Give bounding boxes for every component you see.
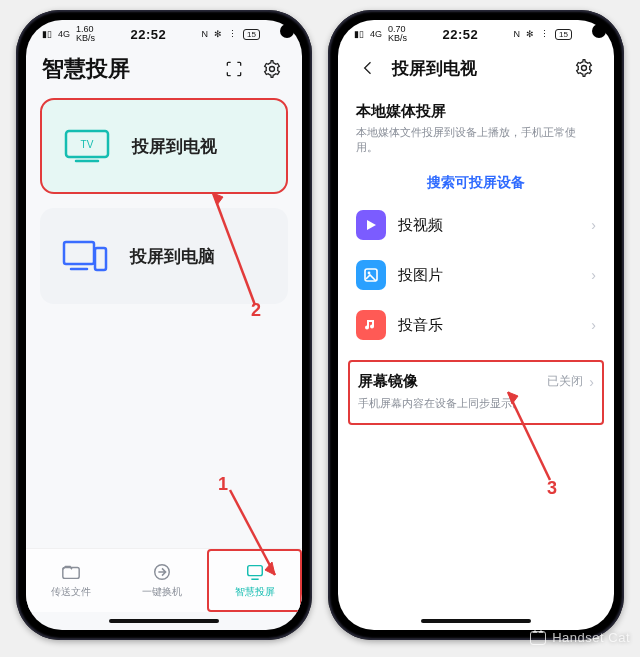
cast-music-label: 投音乐 xyxy=(398,316,579,335)
status-bar: ▮▯ 4G 0.70KB/s 22:52 N ✻ ⋮ 15 xyxy=(338,20,614,48)
music-icon xyxy=(356,310,386,340)
header: 智慧投屏 xyxy=(26,48,302,94)
watermark: Handset Cat xyxy=(530,630,630,645)
wifi-icon: ⋮ xyxy=(540,30,549,39)
status-time: 22:52 xyxy=(130,27,166,42)
image-icon xyxy=(356,260,386,290)
signal-icon: ▮▯ xyxy=(354,30,364,39)
screen-mirror-state: 已关闭 xyxy=(547,373,583,390)
video-icon xyxy=(356,210,386,240)
cat-icon xyxy=(530,631,546,645)
gesture-bar[interactable] xyxy=(26,612,302,630)
status-time: 22:52 xyxy=(442,27,478,42)
bt-icon: ✻ xyxy=(526,30,534,39)
watermark-text: Handset Cat xyxy=(552,630,630,645)
camera-punch xyxy=(592,24,606,38)
settings-icon[interactable] xyxy=(258,55,286,83)
signal-icon: ▮▯ xyxy=(42,30,52,39)
cast-image-item[interactable]: 投图片 › xyxy=(348,250,604,300)
pc-icon xyxy=(58,236,112,276)
cast-image-label: 投图片 xyxy=(398,266,579,285)
local-media-title: 本地媒体投屏 xyxy=(356,102,596,121)
cast-to-pc-card[interactable]: 投屏到电脑 xyxy=(40,208,288,304)
chevron-right-icon: › xyxy=(591,267,596,283)
net-speed: 1.60KB/s xyxy=(76,25,95,43)
screen-mirror-item[interactable]: 屏幕镜像 已关闭 › 手机屏幕内容在设备上同步显示。 xyxy=(348,360,604,425)
battery-icon: 15 xyxy=(555,29,572,40)
screen-mirror-title: 屏幕镜像 xyxy=(358,372,547,391)
cast-video-label: 投视频 xyxy=(398,216,579,235)
cast-to-pc-label: 投屏到电脑 xyxy=(130,245,215,268)
network-type: 4G xyxy=(370,30,382,39)
status-bar: ▮▯ 4G 1.60KB/s 22:52 N ✻ ⋮ 15 xyxy=(26,20,302,48)
screen-smart-cast: ▮▯ 4G 1.60KB/s 22:52 N ✻ ⋮ 15 智慧投屏 xyxy=(26,20,302,630)
cast-to-tv-card[interactable]: TV 投屏到电视 xyxy=(40,98,288,194)
svg-marker-12 xyxy=(367,220,376,230)
chevron-right-icon: › xyxy=(589,374,594,390)
bt-icon: ✻ xyxy=(214,30,222,39)
nav-files[interactable]: 传送文件 xyxy=(26,549,117,612)
gesture-bar[interactable] xyxy=(338,612,614,630)
nav-cast-label: 智慧投屏 xyxy=(235,585,275,599)
settings-icon[interactable] xyxy=(570,54,598,82)
phone-right: ▮▯ 4G 0.70KB/s 22:52 N ✻ ⋮ 15 投屏到电视 xyxy=(328,10,624,640)
screen-mirror-subtitle: 手机屏幕内容在设备上同步显示。 xyxy=(358,397,594,411)
battery-icon: 15 xyxy=(243,29,260,40)
page-title: 投屏到电视 xyxy=(392,57,477,80)
net-speed: 0.70KB/s xyxy=(388,25,407,43)
bottom-nav: 传送文件 一键换机 智慧投屏 xyxy=(26,548,302,612)
local-media-subtitle: 本地媒体文件投屏到设备上播放，手机正常使用。 xyxy=(356,125,596,154)
media-list: 投视频 › 投图片 › 投音乐 › xyxy=(338,200,614,350)
page-title: 智慧投屏 xyxy=(42,54,210,84)
tv-icon: TV xyxy=(60,127,114,165)
svg-rect-9 xyxy=(247,566,262,576)
svg-rect-6 xyxy=(95,248,106,270)
svg-text:TV: TV xyxy=(81,139,94,150)
nfc-icon: N xyxy=(514,30,521,39)
phone-left: ▮▯ 4G 1.60KB/s 22:52 N ✻ ⋮ 15 智慧投屏 xyxy=(16,10,312,640)
scan-icon[interactable] xyxy=(220,55,248,83)
svg-rect-4 xyxy=(64,242,94,264)
header: 投屏到电视 xyxy=(338,48,614,92)
nav-onekey-label: 一键换机 xyxy=(142,585,182,599)
nfc-icon: N xyxy=(202,30,209,39)
cast-video-item[interactable]: 投视频 › xyxy=(348,200,604,250)
search-devices-link[interactable]: 搜索可投屏设备 xyxy=(338,160,614,200)
network-type: 4G xyxy=(58,30,70,39)
svg-point-0 xyxy=(270,67,275,72)
svg-point-11 xyxy=(582,66,587,71)
nav-onekey[interactable]: 一键换机 xyxy=(117,549,208,612)
screen-cast-to-tv: ▮▯ 4G 0.70KB/s 22:52 N ✻ ⋮ 15 投屏到电视 xyxy=(338,20,614,630)
nav-files-label: 传送文件 xyxy=(51,585,91,599)
cast-to-tv-label: 投屏到电视 xyxy=(132,135,217,158)
back-icon[interactable] xyxy=(354,54,382,82)
chevron-right-icon: › xyxy=(591,317,596,333)
cast-music-item[interactable]: 投音乐 › xyxy=(348,300,604,350)
camera-punch xyxy=(280,24,294,38)
wifi-icon: ⋮ xyxy=(228,30,237,39)
chevron-right-icon: › xyxy=(591,217,596,233)
local-media-section: 本地媒体投屏 本地媒体文件投屏到设备上播放，手机正常使用。 xyxy=(338,92,614,160)
nav-cast[interactable]: 智慧投屏 xyxy=(207,549,302,612)
